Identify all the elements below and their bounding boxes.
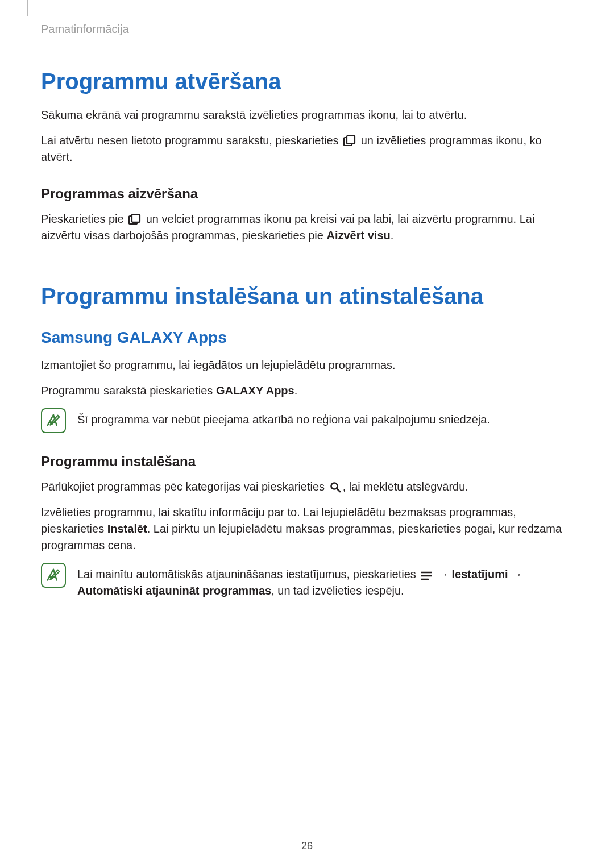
text-bold: GALAXY Apps — [216, 384, 294, 397]
running-header: Pamatinformācija — [41, 23, 573, 36]
svg-rect-3 — [132, 214, 140, 222]
note-text: Šī programma var nebūt pieejama atkarībā… — [77, 408, 573, 428]
search-icon — [330, 481, 341, 493]
paragraph: Pieskarieties pie un velciet programmas … — [41, 211, 573, 244]
note-block: Šī programma var nebūt pieejama atkarībā… — [41, 408, 573, 433]
text: Lai mainītu automātiskās atjaunināšanas … — [77, 568, 419, 580]
heading-galaxy-apps: Samsung GALAXY Apps — [41, 329, 573, 347]
text-bold: Automātiski atjaunināt programmas — [77, 584, 271, 597]
recent-apps-icon — [343, 135, 356, 147]
heading-close-app: Programmas aizvēršana — [41, 186, 573, 202]
paragraph: Pārlūkojiet programmas pēc kategorijas v… — [41, 479, 573, 495]
svg-line-5 — [337, 489, 340, 492]
text: Pārlūkojiet programmas pēc kategorijas v… — [41, 480, 328, 493]
heading-installing: Programmu instalēšana — [41, 454, 573, 470]
paragraph: Programmu sarakstā pieskarieties GALAXY … — [41, 383, 573, 399]
paragraph: Sākuma ekrānā vai programmu sarakstā izv… — [41, 107, 573, 123]
binding-mark — [27, 0, 28, 16]
text: , un tad izvēlieties iespēju. — [271, 584, 404, 597]
text-bold: Iestatījumi — [452, 568, 508, 580]
menu-icon — [421, 571, 432, 580]
page-number: 26 — [0, 840, 614, 852]
heading-open-apps: Programmu atvēršana — [41, 69, 573, 94]
text-bold: Aizvērt visu — [326, 229, 390, 242]
paragraph: Lai atvērtu nesen lietoto programmu sara… — [41, 132, 573, 165]
note-icon — [41, 408, 66, 433]
heading-install-uninstall: Programmu instalēšana un atinstalēšana — [41, 284, 573, 309]
paragraph: Izmantojiet šo programmu, lai iegādātos … — [41, 357, 573, 373]
recent-apps-icon — [128, 214, 141, 225]
text: → — [434, 568, 451, 580]
text: Programmu sarakstā pieskarieties — [41, 384, 216, 397]
text: , lai meklētu atslēgvārdu. — [343, 480, 468, 493]
text: → — [508, 568, 522, 580]
text: Pieskarieties pie — [41, 213, 127, 225]
note-icon — [41, 563, 66, 588]
text-bold: Instalēt — [107, 522, 147, 535]
note-text: Lai mainītu automātiskās atjaunināšanas … — [77, 563, 573, 599]
svg-rect-1 — [347, 136, 355, 144]
text: Lai atvērtu nesen lietoto programmu sara… — [41, 134, 342, 147]
note-block: Lai mainītu automātiskās atjaunināšanas … — [41, 563, 573, 599]
text: . — [294, 384, 298, 397]
text: . — [391, 229, 394, 242]
paragraph: Izvēlieties programmu, lai skatītu infor… — [41, 504, 573, 554]
page: Pamatinformācija Programmu atvēršana Sāk… — [0, 0, 614, 868]
